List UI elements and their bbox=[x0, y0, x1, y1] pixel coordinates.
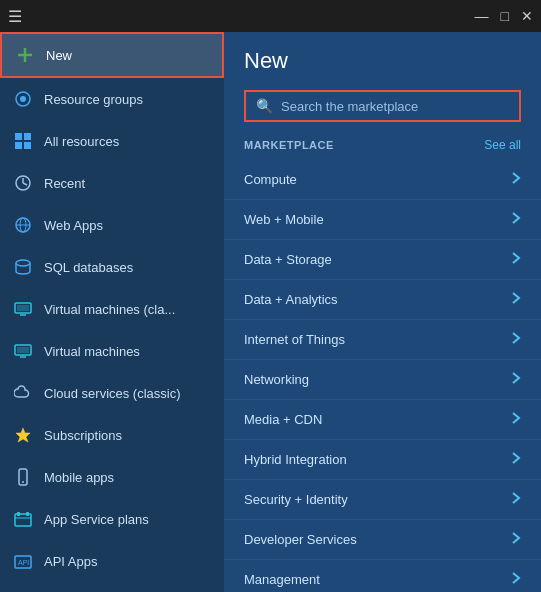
close-button[interactable]: ✕ bbox=[521, 8, 533, 24]
menu-item-label-security-identity: Security + Identity bbox=[244, 492, 348, 507]
search-bar[interactable]: 🔍 bbox=[244, 90, 521, 122]
sidebar-label-new: New bbox=[46, 48, 72, 63]
sidebar-item-web-apps[interactable]: Web Apps bbox=[0, 204, 224, 246]
sidebar-icon-api-apps: API bbox=[12, 550, 34, 572]
sidebar-item-app-service-plans[interactable]: App Service plans bbox=[0, 498, 224, 540]
svg-rect-25 bbox=[17, 512, 20, 516]
minimize-button[interactable]: — bbox=[475, 8, 489, 24]
svg-rect-5 bbox=[24, 133, 31, 140]
sidebar-icon-all-resources bbox=[12, 130, 34, 152]
title-bar-left: ☰ bbox=[8, 7, 22, 26]
menu-item-media-cdn[interactable]: Media + CDN bbox=[224, 400, 541, 440]
menu-item-compute[interactable]: Compute bbox=[224, 160, 541, 200]
menu-item-label-web-mobile: Web + Mobile bbox=[244, 212, 324, 227]
svg-point-22 bbox=[22, 481, 24, 483]
sidebar-item-all-resources[interactable]: All resources bbox=[0, 120, 224, 162]
menu-item-label-media-cdn: Media + CDN bbox=[244, 412, 322, 427]
sidebar-icon-recent bbox=[12, 172, 34, 194]
svg-point-3 bbox=[20, 96, 26, 102]
maximize-button[interactable]: □ bbox=[501, 8, 509, 24]
sidebar-icon-virtual-machines bbox=[12, 340, 34, 362]
menu-list: ComputeWeb + MobileData + StorageData + … bbox=[224, 160, 541, 592]
sidebar-label-mobile-apps: Mobile apps bbox=[44, 470, 114, 485]
chevron-icon-compute bbox=[511, 171, 521, 188]
menu-item-label-data-storage: Data + Storage bbox=[244, 252, 332, 267]
menu-item-label-internet-of-things: Internet of Things bbox=[244, 332, 345, 347]
marketplace-header: MARKETPLACE See all bbox=[224, 134, 541, 160]
sidebar-icon-subscriptions bbox=[12, 424, 34, 446]
sidebar-icon-new bbox=[14, 44, 36, 66]
chevron-icon-security-identity bbox=[511, 491, 521, 508]
menu-item-label-hybrid-integration: Hybrid Integration bbox=[244, 452, 347, 467]
chevron-icon-networking bbox=[511, 371, 521, 388]
chevron-icon-management bbox=[511, 571, 521, 588]
title-bar: ☰ — □ ✕ bbox=[0, 0, 541, 32]
see-all-link[interactable]: See all bbox=[484, 138, 521, 152]
main-layout: NewResource groupsAll resourcesRecentWeb… bbox=[0, 32, 541, 592]
menu-item-label-management: Management bbox=[244, 572, 320, 587]
sidebar-label-recent: Recent bbox=[44, 176, 85, 191]
sidebar: NewResource groupsAll resourcesRecentWeb… bbox=[0, 32, 224, 592]
svg-rect-7 bbox=[24, 142, 31, 149]
sidebar-item-sql-databases[interactable]: SQL databases bbox=[0, 246, 224, 288]
svg-line-10 bbox=[23, 183, 27, 185]
sidebar-icon-web-apps bbox=[12, 214, 34, 236]
sidebar-label-app-service-plans: App Service plans bbox=[44, 512, 149, 527]
menu-item-security-identity[interactable]: Security + Identity bbox=[224, 480, 541, 520]
svg-rect-6 bbox=[15, 142, 22, 149]
chevron-icon-hybrid-integration bbox=[511, 451, 521, 468]
menu-item-label-networking: Networking bbox=[244, 372, 309, 387]
chevron-icon-web-mobile bbox=[511, 211, 521, 228]
menu-item-hybrid-integration[interactable]: Hybrid Integration bbox=[224, 440, 541, 480]
sidebar-item-recent[interactable]: Recent bbox=[0, 162, 224, 204]
svg-rect-26 bbox=[26, 512, 29, 516]
sidebar-icon-resource-groups bbox=[12, 88, 34, 110]
sidebar-item-cloud-services[interactable]: Cloud services (classic) bbox=[0, 372, 224, 414]
sidebar-label-virtual-machines-cla: Virtual machines (cla... bbox=[44, 302, 175, 317]
sidebar-label-resource-groups: Resource groups bbox=[44, 92, 143, 107]
sidebar-item-mobile-apps[interactable]: Mobile apps bbox=[0, 456, 224, 498]
sidebar-item-redis-caches[interactable]: Redis Caches bbox=[0, 582, 224, 592]
panel-header: New bbox=[224, 32, 541, 82]
svg-point-14 bbox=[16, 260, 30, 266]
title-bar-controls: — □ ✕ bbox=[475, 8, 533, 24]
chevron-icon-data-analytics bbox=[511, 291, 521, 308]
svg-rect-19 bbox=[17, 347, 29, 353]
sidebar-item-subscriptions[interactable]: Subscriptions bbox=[0, 414, 224, 456]
sidebar-label-virtual-machines: Virtual machines bbox=[44, 344, 140, 359]
menu-item-label-developer-services: Developer Services bbox=[244, 532, 357, 547]
svg-text:API: API bbox=[18, 559, 29, 566]
sidebar-label-all-resources: All resources bbox=[44, 134, 119, 149]
svg-rect-4 bbox=[15, 133, 22, 140]
menu-item-developer-services[interactable]: Developer Services bbox=[224, 520, 541, 560]
svg-rect-16 bbox=[17, 305, 29, 311]
menu-item-label-compute: Compute bbox=[244, 172, 297, 187]
marketplace-label: MARKETPLACE bbox=[244, 139, 334, 151]
chevron-icon-developer-services bbox=[511, 531, 521, 548]
menu-item-web-mobile[interactable]: Web + Mobile bbox=[224, 200, 541, 240]
sidebar-item-new[interactable]: New bbox=[0, 32, 224, 78]
sidebar-label-cloud-services: Cloud services (classic) bbox=[44, 386, 181, 401]
sidebar-icon-virtual-machines-cla bbox=[12, 298, 34, 320]
sidebar-item-resource-groups[interactable]: Resource groups bbox=[0, 78, 224, 120]
menu-item-networking[interactable]: Networking bbox=[224, 360, 541, 400]
sidebar-icon-app-service-plans bbox=[12, 508, 34, 530]
panel-title: New bbox=[244, 48, 521, 74]
sidebar-icon-sql-databases bbox=[12, 256, 34, 278]
right-panel: New 🔍 MARKETPLACE See all ComputeWeb + M… bbox=[224, 32, 541, 592]
sidebar-item-virtual-machines-cla[interactable]: Virtual machines (cla... bbox=[0, 288, 224, 330]
menu-item-data-analytics[interactable]: Data + Analytics bbox=[224, 280, 541, 320]
menu-item-data-storage[interactable]: Data + Storage bbox=[224, 240, 541, 280]
hamburger-icon[interactable]: ☰ bbox=[8, 7, 22, 26]
search-icon: 🔍 bbox=[256, 98, 273, 114]
sidebar-item-virtual-machines[interactable]: Virtual machines bbox=[0, 330, 224, 372]
sidebar-item-api-apps[interactable]: APIAPI Apps bbox=[0, 540, 224, 582]
menu-item-management[interactable]: Management bbox=[224, 560, 541, 592]
search-input[interactable] bbox=[281, 99, 509, 114]
sidebar-label-subscriptions: Subscriptions bbox=[44, 428, 122, 443]
sidebar-icon-cloud-services bbox=[12, 382, 34, 404]
chevron-icon-media-cdn bbox=[511, 411, 521, 428]
sidebar-label-web-apps: Web Apps bbox=[44, 218, 103, 233]
menu-item-internet-of-things[interactable]: Internet of Things bbox=[224, 320, 541, 360]
chevron-icon-data-storage bbox=[511, 251, 521, 268]
